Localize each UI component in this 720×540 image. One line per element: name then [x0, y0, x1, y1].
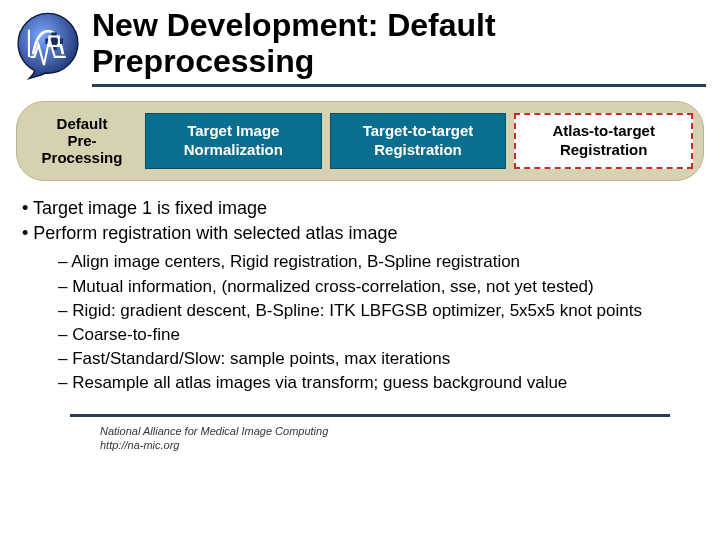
- pipeline-box2-l2: Registration: [374, 141, 462, 160]
- bullet-item: Perform registration with selected atlas…: [22, 222, 698, 245]
- sub-bullet-item: Mutual information, (normalized cross-co…: [58, 276, 698, 298]
- pipeline-label-l1: Default: [27, 115, 137, 132]
- bullet-list: Target image 1 is fixed image Perform re…: [22, 197, 698, 246]
- title-rule: [92, 84, 706, 87]
- pipeline-box3-l2: Registration: [560, 141, 648, 160]
- pipeline-box1-l1: Target Image: [187, 122, 279, 141]
- page-title: New Development: Default Preprocessing: [92, 8, 706, 80]
- pipeline-box-atlas-registration: Atlas-to-target Registration: [514, 113, 693, 169]
- footer-org: National Alliance for Medical Image Comp…: [100, 425, 720, 439]
- pipeline-label-l3: Processing: [27, 149, 137, 166]
- slide: New Development: Default Preprocessing D…: [0, 0, 720, 540]
- sub-bullet-list: Align image centers, Rigid registration,…: [58, 251, 698, 394]
- body-content: Target image 1 is fixed image Perform re…: [0, 181, 720, 394]
- footer-rule: [70, 414, 670, 417]
- pipeline-box3-l1: Atlas-to-target: [552, 122, 655, 141]
- bullet-item: Target image 1 is fixed image: [22, 197, 698, 220]
- pipeline-bar: Default Pre- Processing Target Image Nor…: [16, 101, 704, 181]
- pipeline-box1-l2: Normalization: [184, 141, 283, 160]
- namic-logo-icon: [14, 12, 82, 80]
- sub-bullet-item: Rigid: gradient descent, B-Spline: ITK L…: [58, 300, 698, 322]
- title-wrap: New Development: Default Preprocessing: [92, 8, 706, 87]
- sub-bullet-item: Resample all atlas images via transform;…: [58, 372, 698, 394]
- sub-bullet-item: Fast/Standard/Slow: sample points, max i…: [58, 348, 698, 370]
- sub-bullet-item: Coarse-to-fine: [58, 324, 698, 346]
- footer: National Alliance for Medical Image Comp…: [100, 425, 720, 453]
- pipeline-box2-l1: Target-to-target: [363, 122, 474, 141]
- pipeline-box-normalization: Target Image Normalization: [145, 113, 322, 169]
- footer-url: http://na-mic.org: [100, 439, 720, 453]
- sub-bullet-item: Align image centers, Rigid registration,…: [58, 251, 698, 273]
- pipeline-label-l2: Pre-: [27, 132, 137, 149]
- pipeline-label: Default Pre- Processing: [27, 115, 137, 167]
- pipeline-box-target-registration: Target-to-target Registration: [330, 113, 507, 169]
- header: New Development: Default Preprocessing: [0, 0, 720, 87]
